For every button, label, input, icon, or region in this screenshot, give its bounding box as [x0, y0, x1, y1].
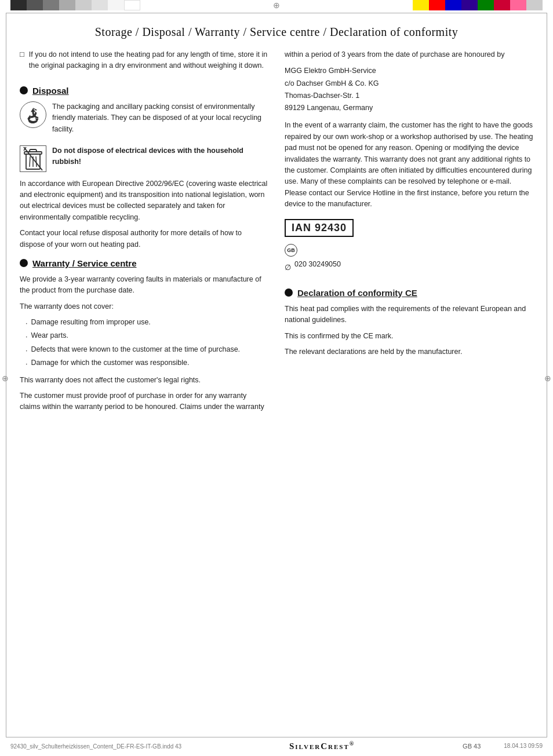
address-block: MGG Elektro GmbH-Service c/o Dachser Gmb…: [285, 65, 533, 114]
warranty-claim-text: In the event of a warranty claim, the cu…: [285, 120, 533, 210]
phone-icon: ∅: [285, 263, 291, 272]
svg-line-3: [30, 156, 30, 167]
recycle-icon-row: The packaging and ancillary packing cons…: [20, 101, 268, 140]
declaration-bullet: [285, 288, 293, 297]
gb-phone-row: GB: [285, 244, 533, 257]
weee-icon-row: Do not dispose of electrical devices wit…: [20, 145, 268, 173]
warranty-text1: We provide a 3-year warranty covering fa…: [20, 274, 268, 297]
list-item: · Defects that were known to the custome…: [26, 344, 268, 356]
crosshair-top: [272, 1, 281, 10]
border-top: [6, 13, 547, 13]
svg-rect-2: [30, 149, 37, 152]
warranty-text2: The warranty does not cover:: [20, 301, 268, 312]
page-title: Storage / Disposal / Warranty / Service …: [20, 25, 533, 39]
page-info: GB 43: [463, 743, 481, 750]
list-item: · Damage resulting from improper use.: [26, 317, 268, 329]
declaration-text3: The relevant declarations are held by th…: [285, 346, 533, 357]
disposal-icon1-text: The packaging and ancillary packing cons…: [52, 101, 268, 135]
warranty-title: Warranty / Service centre: [32, 258, 137, 268]
crosshair-left: [1, 374, 10, 383]
warranty-bullet: [20, 259, 28, 267]
warranty-text4: The customer must provide proof of purch…: [20, 390, 268, 413]
left-column: □ If you do not intend to use the heatin…: [20, 49, 268, 418]
recycle-svg: [24, 105, 42, 124]
disposal-bold-text: Do not dispose of electrical devices wit…: [52, 145, 268, 168]
ce-mark: CE: [405, 288, 417, 298]
main-content: Storage / Disposal / Warranty / Service …: [10, 17, 543, 733]
color-block-right: [413, 0, 543, 10]
crosshair-right: [543, 374, 552, 383]
list-item: · Wear parts.: [26, 330, 268, 342]
disposal-header: Disposal: [20, 86, 268, 96]
disposal-contact-text: Contact your local refuse disposal autho…: [20, 228, 268, 250]
gb-circle: GB: [285, 244, 297, 257]
declaration-text2: This is confirmed by the CE mark.: [285, 331, 533, 342]
storage-text: If you do not intend to use the heating …: [29, 49, 268, 72]
footer-file: 92430_silv_Schulterheizkissen_Content_DE…: [10, 743, 181, 750]
warranty-cont-text: within a period of 3 years from the date…: [285, 49, 533, 60]
ian-box: IAN 92430: [285, 219, 354, 237]
warranty-header: Warranty / Service centre: [20, 258, 268, 268]
declaration-text1: This heat pad complies with the requirem…: [285, 304, 533, 326]
storage-item: □ If you do not intend to use the heatin…: [20, 49, 268, 76]
border-left: [6, 13, 6, 737]
disposal-title: Disposal: [32, 86, 69, 96]
declaration-header: Declaration of conformity CE: [285, 288, 533, 298]
warranty-list: · Damage resulting from improper use. · …: [20, 317, 268, 370]
footer-right: GB 43 18.04.13 09:59: [463, 743, 543, 750]
phone-row: ∅ 020 30249050: [285, 259, 533, 275]
footer: 92430_silv_Schulterheizkissen_Content_DE…: [10, 740, 543, 751]
border-bottom: [6, 737, 547, 737]
weee-svg: [23, 146, 43, 171]
weee-icon: [20, 145, 46, 172]
warranty-text3: This warranty does not affect the custom…: [20, 375, 268, 386]
right-column: within a period of 3 years from the date…: [285, 49, 533, 418]
list-item: · Damage for which the customer was resp…: [26, 357, 268, 370]
content-columns: □ If you do not intend to use the heatin…: [20, 49, 533, 418]
phone-number: 020 30249050: [294, 259, 341, 270]
border-right: [547, 13, 547, 737]
disposal-bullet: [20, 86, 28, 94]
footer-date: 18.04.13 09:59: [504, 743, 543, 749]
brand-logo: SilverCrest®: [289, 740, 355, 751]
declaration-title: Declaration of conformity CE: [297, 288, 417, 298]
recycle-icon: [20, 101, 46, 128]
brand-area: SilverCrest®: [289, 740, 355, 751]
disposal-directive-text: In accordance with European Directive 20…: [20, 178, 268, 224]
color-block-left: [10, 0, 140, 10]
storage-bullet: □: [20, 50, 24, 76]
